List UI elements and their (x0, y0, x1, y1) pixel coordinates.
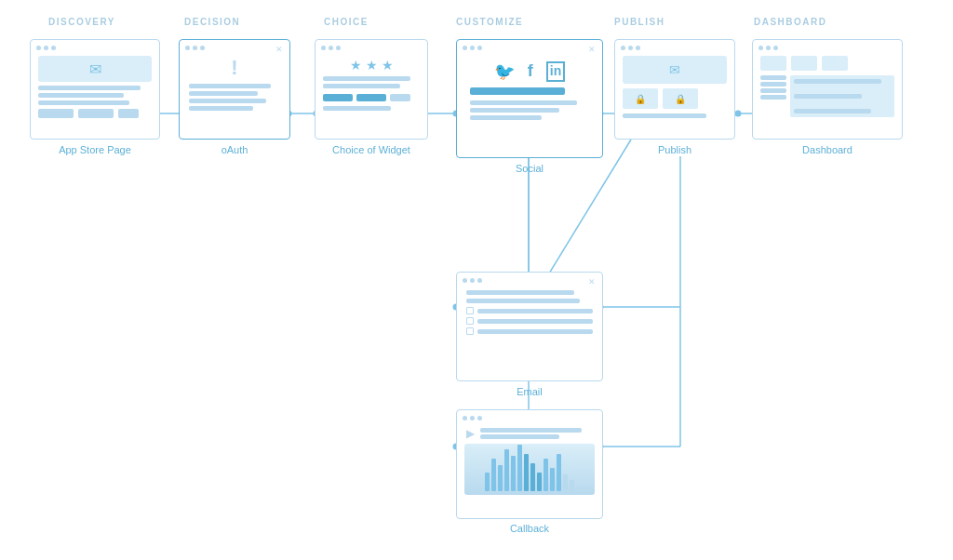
card-label-publish: Publish (614, 144, 735, 155)
card-social[interactable]: ✕ 🐦 f in (456, 39, 603, 158)
card-label-app-store: App Store Page (30, 144, 160, 155)
close-icon-email[interactable]: ✕ (588, 277, 596, 287)
card-label-social: Social (456, 163, 603, 174)
close-icon[interactable]: ✕ (275, 45, 283, 54)
stage-label-dashboard: DASHBOARD (754, 17, 827, 27)
stage-label-discovery: DISCOVERY (48, 17, 115, 27)
stage-label-customize: CUSTOMIZE (456, 17, 523, 27)
card-label-oauth: oAuth (179, 144, 290, 155)
card-choice-widget[interactable]: ★ ★ ★ (315, 39, 428, 140)
stage-label-choice: CHOICE (324, 17, 369, 27)
card-email[interactable]: ✕ (456, 272, 603, 381)
close-icon-social[interactable]: ✕ (588, 45, 596, 54)
card-label-dashboard: Dashboard (752, 144, 903, 155)
svg-point-13 (735, 111, 742, 117)
card-callback[interactable]: ▶ (456, 409, 603, 519)
card-dashboard[interactable] (752, 39, 903, 140)
card-label-email: Email (456, 386, 603, 397)
stage-label-publish: PUBLISH (614, 17, 664, 27)
diagram-container: DISCOVERY DECISION CHOICE CUSTOMIZE PUBL… (0, 0, 953, 560)
card-app-store[interactable]: ✉ (30, 39, 160, 140)
card-label-callback: Callback (456, 523, 603, 534)
card-publish[interactable]: ✉ 🔒 🔒 (614, 39, 735, 140)
stage-label-decision: DECISION (184, 17, 240, 27)
card-label-choice-widget: Choice of Widget (307, 144, 436, 155)
card-oauth[interactable]: ✕ ! (179, 39, 290, 140)
